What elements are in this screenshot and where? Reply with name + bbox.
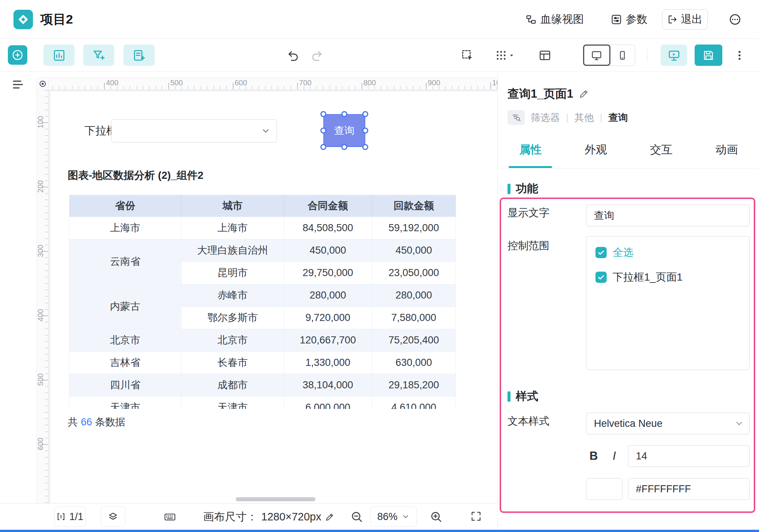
table-title: 图表-地区数据分析 (2)_组件2 xyxy=(68,168,203,183)
redo-button[interactable] xyxy=(309,48,325,63)
left-gutter xyxy=(0,72,36,503)
ruler-label: 900 xyxy=(428,79,440,87)
ruler-origin[interactable] xyxy=(36,77,49,90)
color-value: #FFFFFFFF xyxy=(636,483,691,495)
table-cell: 北京市 xyxy=(69,329,182,351)
italic-button[interactable]: I xyxy=(613,445,616,467)
selection-handle[interactable] xyxy=(362,144,368,150)
save-button[interactable] xyxy=(695,45,722,66)
display-text-label: 显示文字 xyxy=(507,206,549,220)
table-row: 北京市 北京市 120,667,700 75,205,400 xyxy=(69,329,456,351)
layer-panel-toggle[interactable] xyxy=(11,78,25,91)
present-icon xyxy=(668,49,680,62)
table-cell: 内蒙古 xyxy=(69,284,182,329)
keyboard-shortcuts-button[interactable] xyxy=(163,511,177,523)
selection-handle[interactable] xyxy=(320,111,326,117)
tag-category: 筛选器 xyxy=(531,111,560,124)
device-toggle xyxy=(583,45,635,66)
selection-handle[interactable] xyxy=(362,111,368,117)
display-text-input[interactable]: 查询 xyxy=(586,205,750,226)
ruler-label: 600 xyxy=(235,79,247,87)
table-cell: 38,104,000 xyxy=(284,374,372,396)
table-cell: 120,667,700 xyxy=(284,329,372,351)
row-count: 66 xyxy=(81,416,92,428)
more-actions-button[interactable] xyxy=(732,48,747,63)
color-input[interactable]: #FFFFFFFF xyxy=(628,478,750,500)
selection-handle[interactable] xyxy=(341,111,347,117)
horizontal-scrollbar-thumb[interactable] xyxy=(236,497,316,501)
table-header-row: 省份 城市 合同金额 回款金额 xyxy=(69,195,456,217)
lineage-icon xyxy=(525,14,537,25)
tab-animation[interactable]: 动画 xyxy=(694,132,759,168)
zoom-level-select[interactable]: 86% xyxy=(370,507,417,527)
zoom-out-button[interactable] xyxy=(350,510,363,523)
bold-button[interactable]: B xyxy=(589,445,598,467)
exit-button[interactable]: 退出 xyxy=(662,9,708,30)
fit-screen-button[interactable] xyxy=(470,510,482,522)
table-row: 四川省 成都市 38,104,000 29,185,200 xyxy=(69,374,456,396)
tab-appearance[interactable]: 外观 xyxy=(563,132,629,168)
selection-handle[interactable] xyxy=(320,128,326,134)
scope-option-dropdown1[interactable]: 下拉框1_页面1 xyxy=(595,270,740,284)
align-grid-button[interactable] xyxy=(493,48,516,63)
table-row: 吉林省 长春市 1,330,000 630,000 xyxy=(69,351,456,374)
widget-library-button[interactable] xyxy=(43,45,74,66)
ruler-label: 800 xyxy=(363,79,376,87)
selection-handle[interactable] xyxy=(362,128,368,134)
undo-button[interactable] xyxy=(285,48,301,63)
mobile-view-button[interactable] xyxy=(610,45,635,65)
scope-option-select-all[interactable]: 全选 xyxy=(595,245,740,260)
color-swatch[interactable] xyxy=(586,478,622,500)
table-cell: 长春市 xyxy=(182,351,284,374)
preview-button[interactable] xyxy=(661,45,687,66)
params-label: 参数 xyxy=(626,12,647,27)
ruler-label: 700 xyxy=(299,79,311,87)
design-canvas[interactable]: 下拉框 查询 图表-地区数据分析 (2)_组件2 xyxy=(50,91,497,503)
plus-icon xyxy=(11,49,24,61)
layout-button[interactable] xyxy=(537,48,553,63)
ruler-label: 100 xyxy=(36,113,45,131)
font-size-input[interactable]: 14 xyxy=(628,445,750,467)
lineage-view-button[interactable]: 血缘视图 xyxy=(525,0,584,39)
layers-icon xyxy=(108,511,118,522)
select-mode-button[interactable] xyxy=(459,48,476,63)
caret-down-icon xyxy=(509,52,515,58)
more-button[interactable] xyxy=(725,10,745,29)
page-indicator[interactable]: 1/1 xyxy=(54,507,86,527)
table-row: 上海市 上海市 84,508,500 59,192,000 xyxy=(69,217,456,239)
component-type-chip xyxy=(507,110,525,125)
section-style-label: 样式 xyxy=(516,389,538,404)
tab-interaction[interactable]: 交互 xyxy=(629,132,694,168)
layers-button[interactable] xyxy=(101,507,125,527)
dropdown-component[interactable] xyxy=(111,119,277,143)
query-button-component[interactable]: 查询 xyxy=(323,114,365,147)
zoom-in-button[interactable] xyxy=(430,510,442,523)
tab-properties[interactable]: 属性 xyxy=(498,132,563,168)
selected-component-bounds: 查询 xyxy=(323,114,365,147)
app-logo[interactable] xyxy=(13,10,33,29)
params-button[interactable]: 参数 xyxy=(611,0,647,39)
table-component[interactable]: 省份 城市 合同金额 回款金额 上海市 上海市 84,508,500 59,19… xyxy=(69,195,456,409)
desktop-view-button[interactable] xyxy=(583,45,610,66)
zoom-out-icon xyxy=(350,510,363,523)
checkbox-checked[interactable] xyxy=(595,247,607,258)
fit-screen-icon xyxy=(470,510,482,522)
selection-handle[interactable] xyxy=(341,144,347,150)
app-header: 项目2 血缘视图 参数 退出 xyxy=(0,0,759,39)
form-component-button[interactable] xyxy=(124,45,155,66)
rename-icon[interactable] xyxy=(579,89,589,99)
table-cell: 赤峰市 xyxy=(182,284,284,306)
table-cell: 天津市 xyxy=(182,396,284,409)
exit-icon xyxy=(667,14,678,25)
checkbox-checked[interactable] xyxy=(595,272,607,283)
scope-label: 控制范围 xyxy=(507,239,549,253)
filter-component-button[interactable] xyxy=(83,45,114,66)
ruler-label: 500 xyxy=(36,371,45,389)
vertical-ruler: 100 200 300 400 500 600 xyxy=(36,90,49,503)
edit-canvas-size-pencil-icon[interactable] xyxy=(325,512,335,522)
font-family-select[interactable]: Helvetica Neue xyxy=(586,413,750,434)
add-component-button[interactable] xyxy=(8,45,27,65)
ruler-label: 1000 xyxy=(492,79,497,87)
selection-handle[interactable] xyxy=(320,144,326,150)
properties-panel: 查询1_页面1 筛选器 | 其他 | 查询 属性 外观 交互 动画 功能 xyxy=(497,72,759,530)
